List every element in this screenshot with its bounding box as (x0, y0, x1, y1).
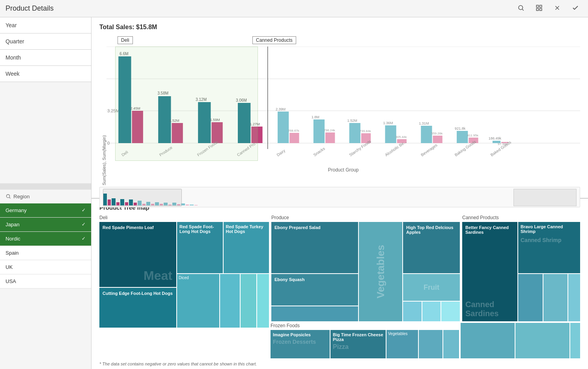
svg-rect-38 (325, 132, 335, 143)
svg-text:Dairy: Dairy (276, 148, 286, 157)
canned-r2-1[interactable] (461, 323, 515, 358)
frozen-watermark-desserts: Frozen Desserts (273, 339, 327, 345)
svg-text:1.31M: 1.31M (419, 121, 429, 125)
sidebar: Year Quarter Month Week Region Germany ✓… (0, 17, 91, 369)
canned-right-col: Bravo Large Canned Shrimp Canned Shrimp (518, 222, 580, 321)
treemap-row2: Frozen Foods Imagine Popsicles Frozen De… (99, 323, 580, 358)
canned-watermark-shrimp: Canned Shrimp (521, 237, 578, 243)
deli-block-small3[interactable] (257, 274, 269, 328)
svg-point-0 (519, 6, 523, 10)
filter-year[interactable]: Year (0, 17, 91, 34)
canned-r2-3[interactable] (570, 323, 580, 358)
frozen-small-2[interactable] (443, 330, 459, 358)
canned-block-sardines[interactable]: Better Fancy Canned Sardines Canned Sard… (462, 222, 517, 321)
chart-plot-area: Deli Canned Products 0 3.25M (106, 35, 580, 185)
canned-small-2[interactable] (543, 274, 568, 321)
region-item-uk[interactable]: UK (0, 260, 91, 274)
deli-block-small2[interactable] (241, 274, 256, 328)
deli-right-bottom: Diced (177, 274, 269, 328)
svg-rect-41 (349, 123, 360, 143)
canned-bottom-row (518, 274, 580, 321)
svg-text:2.39M: 2.39M (276, 107, 286, 111)
deli-watermark-meat: Meat (144, 268, 172, 283)
check-germany: ✓ (82, 207, 86, 213)
close-button[interactable] (550, 2, 564, 15)
check-japan: ✓ (82, 222, 86, 227)
scroll-right-area (513, 189, 577, 206)
produce-block-vegetables[interactable]: Vegetables (359, 222, 402, 321)
svg-text:Beverages: Beverages (420, 143, 438, 157)
frozen-small-1[interactable] (419, 330, 442, 358)
svg-text:1.36M: 1.36M (383, 121, 393, 125)
svg-text:1.52M: 1.52M (347, 119, 357, 123)
region-list: Germany ✓ Japan ✓ Nordic ✓ Spain UK USA (0, 203, 91, 369)
sidebar-divider (0, 183, 91, 190)
produce-block-squash[interactable]: Ebony Squash (271, 274, 358, 306)
svg-text:796.24k: 796.24k (324, 129, 336, 132)
deli-right-col: Red Spade Foot-Long Hot Dogs Red Spade T… (177, 222, 269, 328)
region-item-japan[interactable]: Japan ✓ (0, 218, 91, 232)
svg-rect-34 (289, 133, 299, 143)
treemap-canned-label: Canned Products (462, 215, 580, 220)
produce-block-veg-small[interactable] (271, 306, 358, 321)
deli-block-cutting-edge[interactable]: Cutting Edge Foot-Long Hot Dogs (99, 288, 176, 328)
region-item-usa[interactable]: USA (0, 274, 91, 289)
confirm-button[interactable] (568, 2, 582, 15)
frozen-block-veg[interactable]: Vegetables (386, 330, 418, 358)
region-section-header: Region (0, 190, 91, 203)
canned-row2 (461, 323, 580, 358)
treemap-produce-inner: Ebony Prepared Salad Ebony Squash Vegeta… (271, 222, 460, 321)
treemap-footer-note: * The data set contains negative or zero… (99, 362, 580, 366)
region-item-spain[interactable]: Spain (0, 246, 91, 260)
canned-small-1[interactable] (518, 274, 543, 321)
svg-text:768.67k: 768.67k (288, 129, 300, 132)
canned-watermark-sardines: Canned Sardines (465, 300, 514, 318)
region-item-germany[interactable]: Germany ✓ (0, 203, 91, 218)
canned-r2-2[interactable] (515, 323, 569, 358)
produce-block-salad[interactable]: Ebony Prepared Salad (271, 222, 358, 273)
scroll-highlight[interactable] (103, 189, 182, 206)
canned-block-shrimp[interactable]: Bravo Large Canned Shrimp Canned Shrimp (518, 222, 580, 273)
treemap-deli-inner: Red Spade Pimento Loaf Meat Cutting Edge… (99, 222, 269, 328)
chart-area: Sum(Sales), Sum(Margin) Deli Canned Prod… (99, 35, 580, 185)
frozen-block-pizza[interactable]: Big Time Frozen Cheese Pizza Pizza (330, 330, 386, 358)
produce-block-apples[interactable]: High Top Red Delcious Apples (403, 222, 460, 273)
region-item-nordic[interactable]: Nordic ✓ (0, 232, 91, 246)
deli-block-pimento[interactable]: Red Spade Pimento Loaf Meat (99, 222, 176, 287)
deli-block-small1[interactable] (220, 274, 240, 328)
svg-text:1.8M: 1.8M (312, 115, 319, 119)
frozen-block-popsicles[interactable]: Imagine Popsicles Frozen Desserts (271, 330, 330, 358)
produce-small-1[interactable] (403, 302, 422, 321)
treemap-canned-inner: Better Fancy Canned Sardines Canned Sard… (462, 222, 580, 321)
search-button[interactable] (514, 2, 528, 15)
settings-button[interactable] (532, 2, 546, 15)
produce-small-3[interactable] (441, 302, 460, 321)
scroll-bar-area[interactable] (99, 187, 580, 207)
frozen-watermark-pizza: Pizza (333, 343, 383, 350)
chart-title: Total Sales: $15.8M (99, 24, 580, 31)
filter-quarter[interactable]: Quarter (0, 34, 91, 50)
filter-month[interactable]: Month (0, 50, 91, 66)
svg-text:921.8k: 921.8k (455, 127, 466, 130)
svg-text:186.49k: 186.49k (489, 136, 502, 140)
treemap-deli: Deli Red Spade Pimento Loaf Meat Cutting… (99, 215, 269, 321)
treemap-frozen: Frozen Foods Imagine Popsicles Frozen De… (271, 323, 459, 358)
region-label: Region (13, 194, 30, 199)
top-bar: Product Details (0, 0, 588, 17)
svg-text:Snacks: Snacks (313, 146, 326, 157)
canned-small-3[interactable] (568, 274, 580, 321)
svg-rect-2 (536, 5, 538, 7)
page-title: Product Details (6, 4, 54, 13)
treemap-produce-label: Produce (271, 215, 460, 220)
canned-row2-inner (461, 323, 580, 358)
deli-block-turkey[interactable]: Red Spade Turkey Hot Dogs (224, 222, 269, 273)
treemap-canned: Canned Products Better Fancy Canned Sard… (462, 215, 580, 321)
produce-block-fruit[interactable]: Fruit (403, 274, 460, 301)
svg-rect-50 (433, 136, 442, 143)
produce-small-2[interactable] (422, 302, 441, 321)
deli-block-diced[interactable]: Diced (177, 274, 219, 328)
svg-line-1 (522, 9, 523, 10)
deli-block-footlong[interactable]: Red Spade Foot-Long Hot Dogs (177, 222, 223, 273)
deli-highlight (115, 47, 258, 161)
filter-week[interactable]: Week (0, 66, 91, 82)
